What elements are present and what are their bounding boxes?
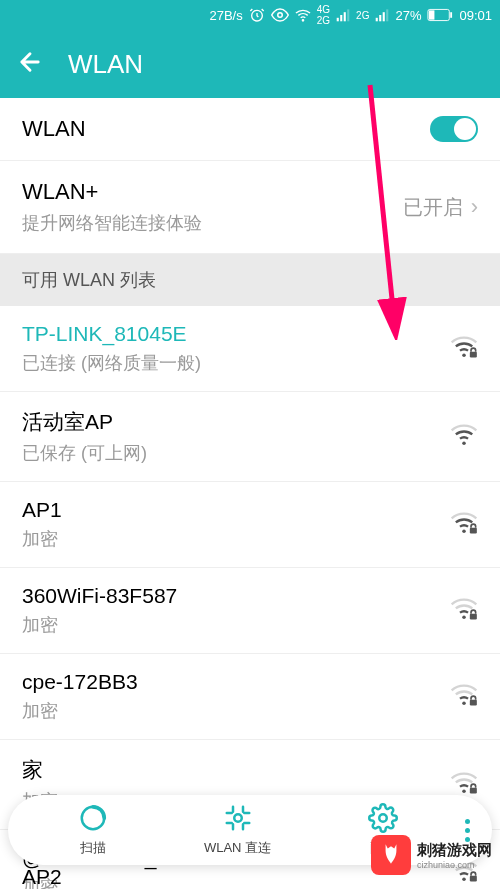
scan-icon <box>78 803 108 837</box>
wifi-status-text: 已保存 (可上网) <box>22 441 147 465</box>
wlan-plus-row[interactable]: WLAN+ 提升网络智能连接体验 已开启 › <box>0 161 500 254</box>
svg-rect-13 <box>451 12 453 18</box>
svg-rect-15 <box>470 351 477 357</box>
watermark-icon <box>371 835 411 875</box>
svg-rect-20 <box>470 613 477 619</box>
wifi-network-row[interactable]: 活动室AP 已保存 (可上网) <box>0 392 500 482</box>
watermark-url: cizhuniao.com <box>417 860 475 870</box>
wifi-name: AP1 <box>22 498 62 522</box>
wifi-name: 活动室AP <box>22 408 147 436</box>
svg-rect-18 <box>470 527 477 533</box>
scan-label: 扫描 <box>80 839 106 857</box>
wifi-network-row[interactable]: TP-LINK_81045E 已连接 (网络质量一般) <box>0 306 500 392</box>
svg-point-29 <box>234 814 242 822</box>
svg-point-19 <box>462 615 466 619</box>
svg-point-2 <box>302 20 303 21</box>
battery-pct: 27% <box>395 8 421 23</box>
status-bar: 27B/s 4G2G 2G 27% 09:01 <box>0 0 500 30</box>
wifi-signal-icon <box>450 597 478 625</box>
svg-rect-12 <box>429 10 435 19</box>
wifi-name: 家 <box>22 756 58 784</box>
wifi-network-row[interactable]: cpe-172BB3 加密 <box>0 654 500 740</box>
svg-rect-24 <box>470 787 477 793</box>
signal-2-icon: 2G <box>356 10 369 21</box>
watermark: 刺猪游戏网 cizhuniao.com <box>371 835 492 875</box>
wlan-direct-label: WLAN 直连 <box>204 839 271 857</box>
svg-rect-26 <box>470 875 477 881</box>
svg-point-25 <box>462 877 466 881</box>
signal-bars-2 <box>375 8 389 22</box>
wifi-signal-icon <box>450 335 478 363</box>
page-title: WLAN <box>68 49 143 80</box>
watermark-title: 刺猪游戏网 <box>417 841 492 860</box>
svg-rect-5 <box>344 12 346 21</box>
list-item-peek[interactable]: AP2 <box>22 865 62 889</box>
clock-time: 09:01 <box>459 8 492 23</box>
wifi-network-row[interactable]: 360WiFi-83F587 加密 <box>0 568 500 654</box>
app-header: WLAN <box>0 30 500 98</box>
svg-point-21 <box>462 701 466 705</box>
wlan-plus-desc: 提升网络智能连接体验 <box>22 211 202 235</box>
wifi-status-text: 加密 <box>22 699 138 723</box>
svg-rect-10 <box>387 9 389 21</box>
wifi-name: 360WiFi-83F587 <box>22 584 177 608</box>
net-speed: 27B/s <box>209 8 242 23</box>
chevron-right-icon: › <box>471 194 478 220</box>
svg-rect-3 <box>337 18 339 22</box>
wifi-signal-icon <box>450 511 478 539</box>
wifi-status-text: 已连接 (网络质量一般) <box>22 351 201 375</box>
wlan-direct-button[interactable]: WLAN 直连 <box>165 803 310 857</box>
wifi-network-row[interactable]: AP1 加密 <box>0 482 500 568</box>
signal-bars-1 <box>336 8 350 22</box>
wifi-name: cpe-172BB3 <box>22 670 138 694</box>
wifi-status-icon <box>295 7 311 23</box>
wlan-direct-icon <box>223 803 253 837</box>
wifi-status-text: 加密 <box>22 613 177 637</box>
svg-rect-6 <box>347 9 349 21</box>
wlan-toggle-row[interactable]: WLAN <box>0 98 500 161</box>
svg-rect-8 <box>380 15 382 21</box>
wifi-signal-icon <box>450 683 478 711</box>
back-arrow-icon[interactable] <box>16 48 44 80</box>
battery-icon <box>427 8 453 22</box>
available-networks-header: 可用 WLAN 列表 <box>0 254 500 306</box>
signal-1-icon: 4G2G <box>317 4 330 26</box>
wifi-name: TP-LINK_81045E <box>22 322 201 346</box>
svg-point-23 <box>462 789 466 793</box>
svg-point-1 <box>277 13 282 18</box>
wifi-signal-icon <box>450 423 478 451</box>
svg-point-17 <box>462 529 466 533</box>
alarm-icon <box>249 7 265 23</box>
svg-point-16 <box>462 441 466 445</box>
svg-point-30 <box>379 814 387 822</box>
svg-point-14 <box>462 353 466 357</box>
svg-rect-7 <box>376 18 378 22</box>
scan-button[interactable]: 扫描 <box>20 803 165 857</box>
svg-rect-9 <box>383 12 385 21</box>
gear-icon <box>368 803 398 837</box>
wlan-label: WLAN <box>22 116 86 142</box>
wlan-plus-title: WLAN+ <box>22 179 202 205</box>
content-area: WLAN WLAN+ 提升网络智能连接体验 已开启 › 可用 WLAN 列表 T… <box>0 98 500 889</box>
svg-rect-22 <box>470 699 477 705</box>
wlan-switch[interactable] <box>430 116 478 142</box>
svg-rect-4 <box>340 15 342 21</box>
wlan-plus-status: 已开启 <box>403 194 463 221</box>
wifi-status-text: 加密 <box>22 527 62 551</box>
eye-icon <box>271 6 289 24</box>
